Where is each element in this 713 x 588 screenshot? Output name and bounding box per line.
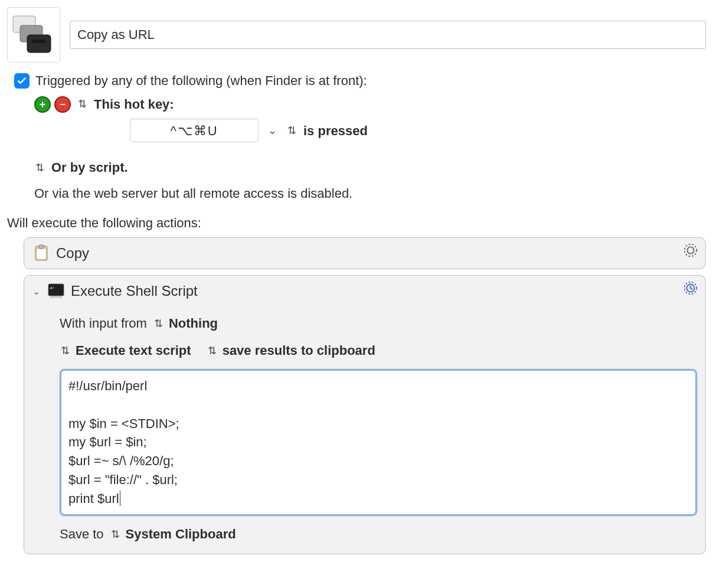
script-textarea[interactable]: #!/usr/bin/perl my $in = <STDIN>; my $ur… bbox=[60, 369, 697, 516]
macro-title-field[interactable]: Copy as URL bbox=[70, 21, 706, 49]
action-shell-gear-icon[interactable] bbox=[682, 279, 699, 302]
save-to-value: System Clipboard bbox=[126, 525, 236, 543]
save-to-selector[interactable]: ⇅ System Clipboard bbox=[110, 525, 236, 543]
action-shell-body: With input from ⇅ Nothing ⇅ Execute text… bbox=[32, 302, 697, 543]
chevron-down-icon[interactable]: ⌄ bbox=[264, 123, 280, 138]
or-web-text: Or via the web server but all remote acc… bbox=[34, 185, 352, 202]
add-trigger-button[interactable]: + bbox=[34, 96, 51, 113]
results-value: save results to clipboard bbox=[223, 342, 375, 360]
stepper-icon: ⇅ bbox=[153, 316, 164, 331]
or-script-stepper-icon[interactable]: ⇅ bbox=[34, 161, 45, 175]
stepper-icon: ⇅ bbox=[207, 344, 218, 358]
remove-trigger-button[interactable]: − bbox=[54, 96, 71, 113]
hotkey-when-stepper-icon[interactable]: ⇅ bbox=[286, 123, 297, 138]
svg-rect-11 bbox=[50, 296, 62, 298]
mode-selector[interactable]: ⇅ Execute text script bbox=[60, 342, 191, 360]
action-shell-card[interactable]: ⌄ #! Execute Shell Script With input fro… bbox=[24, 275, 706, 554]
add-remove-trigger: + − bbox=[34, 96, 71, 113]
svg-rect-5 bbox=[37, 249, 46, 259]
svg-rect-2 bbox=[27, 35, 51, 53]
action-copy-gear-icon[interactable] bbox=[682, 241, 699, 264]
hotkey-label-row: + − ⇅ This hot key: bbox=[14, 96, 706, 113]
trigger-enabled-checkbox[interactable] bbox=[14, 73, 30, 89]
hotkey-value: ^⌥⌘U bbox=[170, 122, 218, 140]
or-script-row: ⇅ Or by script. bbox=[14, 159, 706, 177]
stepper-icon: ⇅ bbox=[110, 527, 121, 541]
hotkey-field[interactable]: ^⌥⌘U bbox=[130, 119, 259, 142]
header: Copy as URL bbox=[7, 7, 706, 63]
input-from-selector[interactable]: ⇅ Nothing bbox=[153, 315, 218, 332]
macro-title-text: Copy as URL bbox=[77, 26, 155, 44]
actions-intro: Will execute the following actions: bbox=[7, 214, 706, 232]
svg-text:#!: #! bbox=[50, 286, 54, 290]
hotkey-label: This hot key: bbox=[94, 96, 174, 113]
stepper-icon: ⇅ bbox=[60, 344, 71, 358]
script-text: #!/usr/bin/perl my $in = <STDIN>; my $ur… bbox=[68, 378, 179, 506]
save-to-row: Save to ⇅ System Clipboard bbox=[60, 525, 697, 543]
action-copy-header: Copy bbox=[32, 243, 697, 264]
hotkey-value-row: ^⌥⌘U ⌄ ⇅ is pressed bbox=[14, 119, 706, 142]
actions-intro-text: Will execute the following actions: bbox=[7, 215, 201, 230]
svg-point-7 bbox=[687, 247, 694, 254]
input-from-label: With input from bbox=[60, 315, 147, 332]
trigger-enabled-label: Triggered by any of the following (when … bbox=[35, 72, 367, 90]
input-from-value: Nothing bbox=[169, 315, 218, 332]
action-copy-card[interactable]: Copy bbox=[24, 237, 706, 269]
trigger-enabled-row: Triggered by any of the following (when … bbox=[14, 72, 706, 90]
macro-type-icon[interactable] bbox=[7, 7, 60, 63]
results-selector[interactable]: ⇅ save results to clipboard bbox=[207, 342, 375, 360]
svg-point-8 bbox=[685, 244, 697, 257]
disclose-icon[interactable]: ⌄ bbox=[32, 285, 40, 298]
svg-rect-3 bbox=[32, 40, 46, 43]
text-caret bbox=[120, 491, 120, 506]
mode-value: Execute text script bbox=[76, 342, 191, 360]
input-from-row: With input from ⇅ Nothing bbox=[60, 315, 697, 332]
action-copy-title: Copy bbox=[56, 244, 89, 263]
trigger-section: Triggered by any of the following (when … bbox=[7, 72, 706, 202]
save-to-label: Save to bbox=[60, 525, 104, 543]
terminal-icon: #! bbox=[47, 282, 65, 300]
or-web-row: Or via the web server but all remote acc… bbox=[14, 185, 706, 202]
mode-row: ⇅ Execute text script ⇅ save results to … bbox=[60, 342, 697, 360]
svg-rect-6 bbox=[39, 245, 44, 249]
or-script-label: Or by script. bbox=[51, 159, 128, 177]
hotkey-when-label: is pressed bbox=[303, 122, 368, 140]
action-shell-title: Execute Shell Script bbox=[71, 282, 198, 300]
trigger-type-stepper-icon[interactable]: ⇅ bbox=[77, 97, 88, 111]
clipboard-icon bbox=[32, 244, 50, 262]
action-shell-header: ⌄ #! Execute Shell Script bbox=[32, 280, 697, 302]
